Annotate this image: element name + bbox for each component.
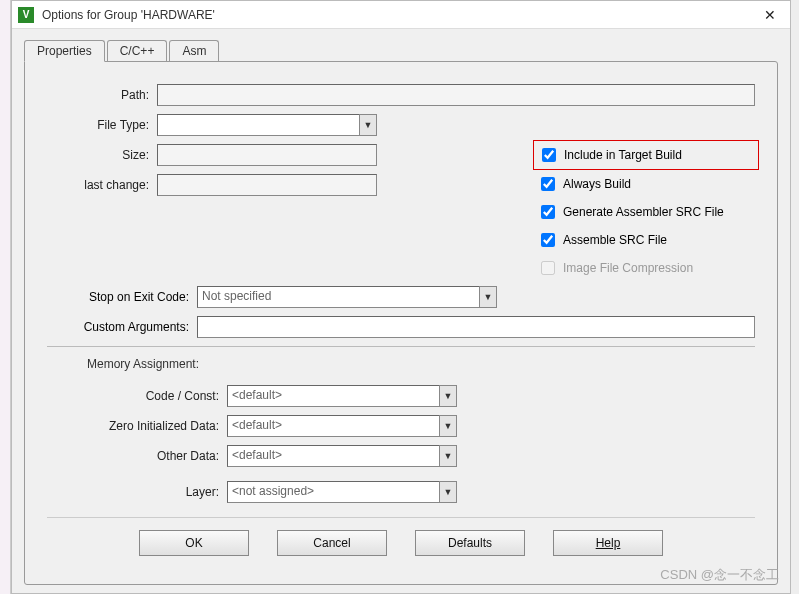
tab-properties[interactable]: Properties	[24, 40, 105, 62]
assemble-src-label: Assemble SRC File	[563, 233, 667, 247]
tab-panel-properties: Path: File Type: ▼ Size:	[24, 61, 778, 585]
zero-init-combo[interactable]: <default> ▼	[227, 415, 457, 437]
other-data-combo[interactable]: <default> ▼	[227, 445, 457, 467]
include-in-build-label: Include in Target Build	[564, 148, 682, 162]
memory-assignment-label: Memory Assignment:	[87, 357, 755, 371]
window-title: Options for Group 'HARDWARE'	[42, 8, 756, 22]
gen-asm-src-label: Generate Assembler SRC File	[563, 205, 724, 219]
assemble-src-checkbox[interactable]	[541, 233, 555, 247]
zero-init-label: Zero Initialized Data:	[87, 419, 227, 433]
defaults-button[interactable]: Defaults	[415, 530, 525, 556]
chevron-down-icon[interactable]: ▼	[479, 286, 497, 308]
gen-asm-src-row: Generate Assembler SRC File	[537, 198, 755, 226]
size-input	[157, 144, 377, 166]
dialog-window: V Options for Group 'HARDWARE' ✕ Propert…	[11, 0, 791, 594]
layer-value: <not assigned>	[227, 481, 439, 503]
custom-args-label: Custom Arguments:	[47, 320, 197, 334]
client-area: Properties C/C++ Asm Path: File Type: ▼	[12, 29, 790, 593]
tab-c-cpp[interactable]: C/C++	[107, 40, 168, 61]
stop-on-exit-label: Stop on Exit Code:	[47, 290, 197, 304]
divider	[47, 346, 755, 347]
chevron-down-icon[interactable]: ▼	[439, 415, 457, 437]
image-compress-checkbox	[541, 261, 555, 275]
other-data-label: Other Data:	[87, 449, 227, 463]
always-build-label: Always Build	[563, 177, 631, 191]
always-build-checkbox[interactable]	[541, 177, 555, 191]
always-build-row: Always Build	[537, 170, 755, 198]
file-type-combo[interactable]: ▼	[157, 114, 377, 136]
code-const-combo[interactable]: <default> ▼	[227, 385, 457, 407]
stop-on-exit-value: Not specified	[197, 286, 479, 308]
ok-button[interactable]: OK	[139, 530, 249, 556]
code-const-value: <default>	[227, 385, 439, 407]
tab-strip: Properties C/C++ Asm	[24, 37, 778, 61]
file-type-label: File Type:	[47, 118, 157, 132]
layer-combo[interactable]: <not assigned> ▼	[227, 481, 457, 503]
other-data-value: <default>	[227, 445, 439, 467]
path-input	[157, 84, 755, 106]
image-compress-label: Image File Compression	[563, 261, 693, 275]
stop-on-exit-combo[interactable]: Not specified ▼	[197, 286, 497, 308]
tab-asm[interactable]: Asm	[169, 40, 219, 61]
app-icon: V	[18, 7, 34, 23]
chevron-down-icon[interactable]: ▼	[439, 385, 457, 407]
code-const-label: Code / Const:	[87, 389, 227, 403]
cancel-button[interactable]: Cancel	[277, 530, 387, 556]
size-label: Size:	[47, 148, 157, 162]
close-icon[interactable]: ✕	[756, 5, 784, 25]
gen-asm-src-checkbox[interactable]	[541, 205, 555, 219]
chevron-down-icon[interactable]: ▼	[439, 481, 457, 503]
include-in-build-row: Include in Target Build	[533, 140, 759, 170]
editor-gutter	[0, 0, 11, 594]
image-compress-row: Image File Compression	[537, 254, 755, 282]
layer-label: Layer:	[87, 485, 227, 499]
custom-args-input[interactable]	[197, 316, 755, 338]
chevron-down-icon[interactable]: ▼	[439, 445, 457, 467]
zero-init-value: <default>	[227, 415, 439, 437]
chevron-down-icon[interactable]: ▼	[359, 114, 377, 136]
last-change-label: last change:	[47, 178, 157, 192]
button-bar: OK Cancel Defaults Help	[47, 517, 755, 568]
file-type-value	[157, 114, 359, 136]
titlebar: V Options for Group 'HARDWARE' ✕	[12, 1, 790, 29]
include-in-build-checkbox[interactable]	[542, 148, 556, 162]
help-button[interactable]: Help	[553, 530, 663, 556]
last-change-input	[157, 174, 377, 196]
path-label: Path:	[47, 88, 157, 102]
assemble-src-row: Assemble SRC File	[537, 226, 755, 254]
